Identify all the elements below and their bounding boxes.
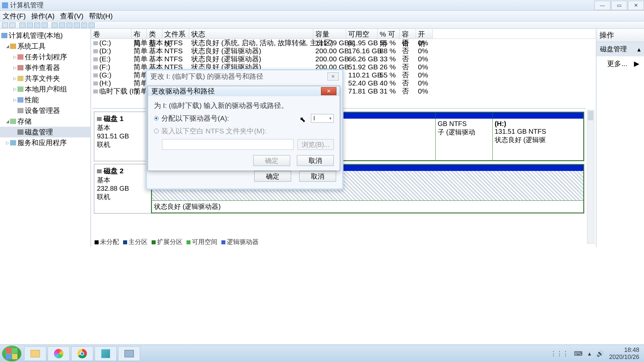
taskbar-compmgmt-icon[interactable] (118, 346, 140, 361)
window-title: 计算机管理 (10, 1, 44, 10)
dialog1-title: 更改 I: (临时下载) 的驱动器号和路径 (150, 72, 263, 81)
scrollbar[interactable] (587, 110, 594, 244)
taskbar-explorer-icon[interactable] (24, 346, 46, 361)
toolbar-icon[interactable] (27, 22, 33, 28)
partition-g[interactable]: GB NTFS子 (逻辑驱动 (436, 113, 493, 160)
dialog2-cancel-button[interactable]: 取消 (297, 155, 334, 166)
tree-diskmgmt[interactable]: 磁盘管理 (0, 127, 90, 137)
navigation-tree: 计算机管理(本地) ◢系统工具 ▷任务计划程序 ▷事件查看器 ▷共享文件夹 ▷本… (0, 29, 91, 247)
toolbar-icon[interactable] (74, 22, 80, 28)
col-free[interactable]: 可用空间 (346, 29, 378, 39)
col-pct[interactable]: % 可用 (378, 29, 400, 39)
col-status[interactable]: 状态 (189, 29, 313, 39)
toolbar-icon[interactable] (59, 22, 65, 28)
col-type[interactable]: 类型 (147, 29, 162, 39)
chevron-down-icon: ▾ (329, 116, 331, 121)
table-row[interactable]: (D:)简单基本NTFS状态良好 (逻辑驱动器)200.00 GB176.16 … (91, 47, 596, 55)
dialog2-title: 更改驱动器号和路径 (151, 86, 215, 96)
table-row[interactable]: (C:)简单基本NTFS状态良好 (系统, 启动, 活动, 故障转储, 主分区)… (91, 39, 596, 47)
minimize-button[interactable]: — (594, 1, 610, 10)
toolbar-icon[interactable] (52, 22, 58, 28)
tree-scheduler[interactable]: ▷任务计划程序 (0, 52, 90, 62)
tree-perf[interactable]: ▷性能 (0, 95, 90, 105)
chevron-right-icon: ▶ (634, 60, 639, 68)
disk-1-info: 磁盘 1 基本 931.51 GB 联机 (94, 112, 151, 161)
col-fault[interactable]: 容错 (400, 29, 416, 39)
tree-devmgr[interactable]: 设备管理器 (0, 105, 90, 116)
change-letter-dialog-inner: 更改驱动器号和路径 ✕ 为 I: (临时下载) 输入新的驱动器号或路径。 分配以… (148, 86, 340, 171)
volume-table-header: 卷 布局 类型 文件系统 状态 容量 可用空间 % 可用 容错 开销 (91, 29, 596, 39)
col-cap[interactable]: 容量 (313, 29, 346, 39)
tree-users[interactable]: ▷本地用户和组 (0, 84, 90, 95)
toolbar-icon[interactable] (81, 22, 87, 28)
disk-2-info: 磁盘 2 基本 232.88 GB 联机 (94, 164, 151, 213)
forward-icon[interactable] (9, 22, 15, 28)
col-layout[interactable]: 布局 (131, 29, 147, 39)
app-icon (2, 2, 8, 8)
disk-icon (97, 117, 102, 121)
toolbar-icon[interactable] (42, 22, 48, 28)
menubar: 文件(F) 操作(A) 查看(V) 帮助(H) (0, 11, 644, 21)
dialog2-prompt: 为 I: (临时下载) 输入新的驱动器号或路径。 (154, 101, 334, 110)
table-row[interactable]: (E:)简单基本NTFS状态良好 (逻辑驱动器)200.00 GB66.26 G… (91, 55, 596, 63)
toolbar-icon[interactable] (66, 22, 72, 28)
tree-eventviewer[interactable]: ▷事件查看器 (0, 62, 90, 73)
legend: 未分配 主分区 扩展分区 可用空间 逻辑驱动器 (95, 238, 259, 246)
menu-view[interactable]: 查看(V) (60, 11, 84, 21)
keyboard-icon[interactable]: ⌨ (574, 350, 583, 357)
back-icon[interactable] (2, 22, 8, 28)
radio-assign-letter[interactable]: 分配以下驱动器号(A): I▾ (154, 114, 334, 123)
browse-button: 浏览(B)... (298, 139, 334, 150)
sound-icon[interactable]: 🔊 (596, 350, 604, 357)
tree-systools[interactable]: ◢系统工具 (0, 41, 90, 52)
tree-shared[interactable]: ▷共享文件夹 (0, 73, 90, 84)
dialog1-ok-button[interactable]: 确定 (254, 171, 291, 182)
toolbar-icon[interactable] (34, 22, 40, 28)
tray-icon[interactable]: ⋮⋮⋮ (550, 350, 569, 357)
menu-help[interactable]: 帮助(H) (89, 11, 113, 21)
actions-more[interactable]: 更多...▶ (597, 56, 644, 71)
menu-action[interactable]: 操作(A) (31, 11, 55, 21)
dialog1-cancel-button[interactable]: 取消 (299, 171, 336, 182)
mount-path-input (162, 139, 293, 150)
toolbar-icon[interactable] (19, 22, 25, 28)
actions-pane: 操作 磁盘管理▴ 更多...▶ (596, 29, 644, 247)
taskbar: ⋮⋮⋮ ⌨ ▴ 🔊 18:48 2020/10/26 (0, 345, 644, 362)
taskbar-app1-icon[interactable] (95, 346, 117, 361)
start-button[interactable] (2, 346, 21, 362)
drive-letter-combo[interactable]: I▾ (311, 114, 334, 123)
toolbar-icon[interactable] (89, 22, 95, 28)
tree-storage[interactable]: ◢存储 (0, 116, 90, 127)
disk-icon (97, 169, 102, 173)
taskbar-browser1-icon[interactable] (48, 346, 70, 361)
toolbar (0, 21, 644, 29)
dialog1-close-button[interactable]: ✕ (327, 72, 339, 80)
actions-diskmgmt[interactable]: 磁盘管理▴ (597, 42, 644, 56)
col-fs[interactable]: 文件系统 (162, 29, 189, 39)
close-button[interactable]: ✕ (628, 1, 644, 10)
partition-h[interactable]: (H:)131.51 GB NTFS状态良好 (逻辑驱 (493, 113, 583, 160)
col-overhead[interactable]: 开销 (416, 29, 433, 39)
tree-root[interactable]: 计算机管理(本地) (0, 30, 90, 41)
radio-mount-folder[interactable]: 装入以下空白 NTFS 文件夹中(M): (154, 126, 334, 136)
col-vol[interactable]: 卷 (91, 29, 131, 39)
chevron-up-icon: ▴ (637, 45, 641, 53)
dialog2-close-button[interactable]: ✕ (321, 87, 336, 95)
radio-off-icon (154, 129, 159, 133)
radio-on-icon (154, 116, 159, 121)
actions-header: 操作 (597, 29, 644, 42)
menu-file[interactable]: 文件(F) (3, 11, 26, 21)
clock[interactable]: 18:48 2020/10/26 (609, 347, 639, 360)
window-titlebar: 计算机管理 — ▭ ✕ (0, 0, 644, 11)
tree-services[interactable]: ▷服务和应用程序 (0, 137, 90, 148)
dialog2-ok-button[interactable]: 确定 (253, 155, 290, 166)
taskbar-chrome-icon[interactable] (71, 346, 93, 361)
chevron-up-icon[interactable]: ▴ (588, 350, 591, 357)
maximize-button[interactable]: ▭ (611, 1, 627, 10)
